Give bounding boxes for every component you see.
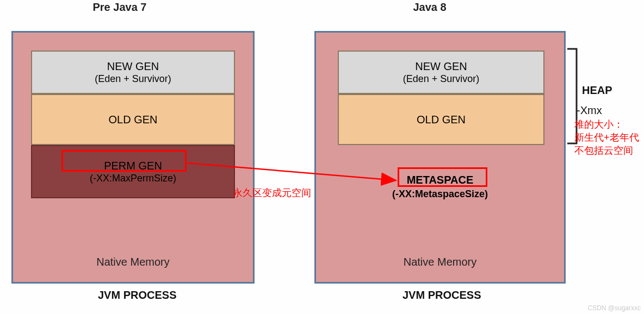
- native-left: Native Memory: [13, 256, 253, 268]
- permgen-sub: (-XX:MaxPermSize): [32, 173, 234, 184]
- title-pre-java7: Pre Java 7: [60, 1, 179, 14]
- newgen-right: NEW GEN (Eden + Survivor): [338, 51, 544, 94]
- heap-note1: 堆的大小：: [574, 118, 623, 131]
- annotation-text: 永久区变成元空间: [233, 187, 311, 199]
- xmx-label: -Xmx: [577, 104, 602, 117]
- footer-right: JVM PROCESS: [403, 289, 481, 302]
- oldgen-label-r: OLD GEN: [339, 113, 543, 127]
- title-java8: Java 8: [375, 1, 484, 14]
- metaspace-highlight: [398, 167, 487, 187]
- jvm-right: NEW GEN (Eden + Survivor) OLD GEN METASP…: [314, 31, 566, 284]
- native-right: Native Memory: [316, 256, 564, 268]
- footer-left: JVM PROCESS: [98, 289, 176, 302]
- watermark: CSDN @sugarxxc: [587, 304, 641, 312]
- newgen-label: NEW GEN: [32, 60, 234, 73]
- newgen-left: NEW GEN (Eden + Survivor): [31, 51, 235, 94]
- heap-note2: 新生代+老年代: [574, 131, 639, 144]
- permgen-highlight: [61, 150, 187, 172]
- heap-label: HEAP: [582, 84, 612, 97]
- newgen-sub: (Eden + Survivor): [32, 73, 234, 85]
- newgen-sub-r: (Eden + Survivor): [339, 73, 543, 85]
- oldgen-left: OLD GEN: [31, 94, 235, 145]
- newgen-label-r: NEW GEN: [339, 60, 543, 73]
- metaspace-sub: (-XX:MetaspaceSize): [316, 189, 564, 200]
- oldgen-right: OLD GEN: [338, 94, 544, 145]
- oldgen-label: OLD GEN: [32, 113, 234, 127]
- heap-note3: 不包括云空间: [574, 145, 633, 157]
